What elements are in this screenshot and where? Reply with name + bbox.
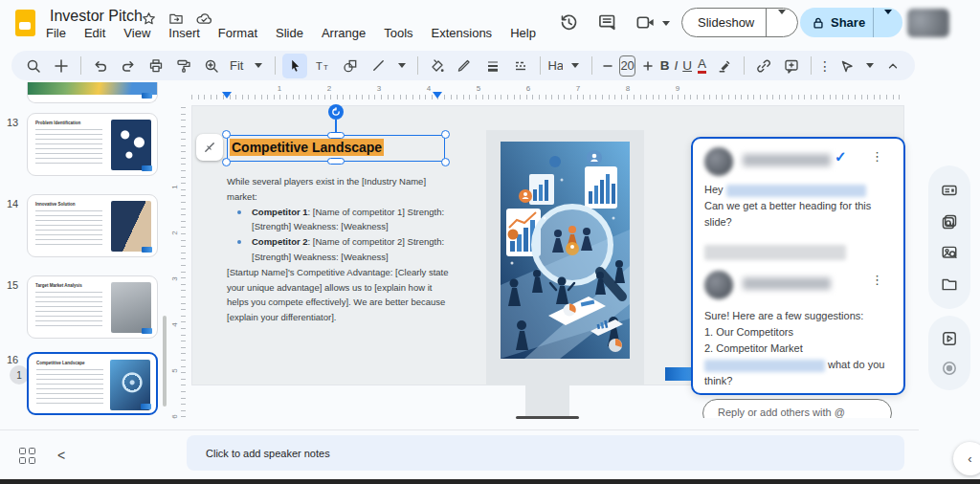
font-size-input[interactable]: 20: [619, 55, 635, 77]
shapes-tool[interactable]: [338, 54, 363, 78]
italic-button[interactable]: I: [673, 58, 680, 73]
line-tool-caret-icon[interactable]: [398, 63, 406, 68]
collapse-filmstrip-icon[interactable]: <: [57, 448, 65, 463]
text-color-button[interactable]: A: [698, 57, 706, 74]
menu-extensions[interactable]: Extensions: [432, 26, 493, 40]
grid-view-icon[interactable]: [19, 448, 36, 465]
pen-tools-caret-icon[interactable]: [866, 63, 874, 68]
slides-logo-icon[interactable]: [15, 10, 35, 36]
lock-icon: [800, 16, 825, 30]
slide-illustration-image[interactable]: [501, 142, 630, 359]
paint-format-icon[interactable]: [171, 54, 196, 78]
slide-thumbnail-14[interactable]: Innovative Solution: [27, 194, 158, 257]
indent-marker-left[interactable]: [222, 92, 232, 99]
speaker-notes-input[interactable]: Click to add speaker notes: [187, 435, 904, 471]
menu-arrange[interactable]: Arrange: [322, 26, 366, 40]
menu-tools[interactable]: Tools: [384, 26, 412, 40]
fill-color-tool[interactable]: [425, 54, 450, 78]
comment1-menu-icon[interactable]: ⋮: [871, 149, 883, 164]
hide-side-panel-button[interactable]: ‹: [953, 442, 980, 475]
video-call-icon[interactable]: [635, 12, 656, 33]
zoom-fit-select[interactable]: Fit: [227, 58, 246, 73]
increase-font-size-button[interactable]: [638, 54, 657, 78]
contacts-stack-icon[interactable]: [941, 213, 958, 231]
slide-body-textbox[interactable]: While several players exist in the [Indu…: [227, 174, 451, 325]
resize-handle-sw[interactable]: [222, 158, 231, 166]
resize-handle-n[interactable]: [327, 132, 345, 139]
video-call-caret-icon[interactable]: [662, 21, 670, 26]
share-label[interactable]: Share: [825, 15, 873, 30]
document-title[interactable]: Investor Pitch: [50, 8, 143, 25]
mention-chip-blurred: [704, 360, 825, 372]
autofit-options-button[interactable]: [196, 134, 223, 161]
slide-thumbnail-13[interactable]: Problem Identification: [27, 113, 158, 176]
comment2-avatar: [704, 271, 733, 299]
resize-handle-nw[interactable]: [222, 130, 231, 139]
resize-handle-ne[interactable]: [441, 130, 450, 139]
menu-edit[interactable]: Edit: [84, 26, 105, 40]
folder-icon[interactable]: [941, 275, 958, 293]
border-weight-tool[interactable]: [480, 54, 505, 78]
add-comment-icon[interactable]: [779, 54, 804, 78]
font-family-caret-icon[interactable]: [571, 63, 579, 68]
collapse-toolbar-icon[interactable]: [880, 54, 905, 78]
resolve-comment-icon[interactable]: ✓: [835, 148, 847, 165]
zoom-fit-caret-icon[interactable]: [255, 63, 262, 68]
slide-thumbnail-16-selected[interactable]: Competitive Landscape: [27, 352, 158, 415]
version-history-icon[interactable]: [559, 12, 579, 33]
filmstrip-scrollbar[interactable]: [163, 316, 167, 407]
record-icon[interactable]: [941, 360, 958, 377]
slideshow-label[interactable]: Slideshow: [682, 15, 766, 30]
bold-button[interactable]: B: [660, 58, 670, 73]
contact-card-icon[interactable]: [941, 182, 958, 199]
move-folder-icon[interactable]: [168, 11, 184, 26]
print-icon[interactable]: [144, 54, 168, 78]
menu-view[interactable]: View: [123, 26, 150, 40]
insert-link-icon[interactable]: [751, 54, 776, 78]
more-options-icon[interactable]: ⋮: [818, 58, 832, 74]
slide-number-14: 14: [2, 198, 23, 209]
font-family-select[interactable]: Hanke...: [547, 58, 563, 73]
decrease-font-size-button[interactable]: [599, 54, 616, 78]
open-comments-icon[interactable]: [597, 12, 617, 33]
image-search-icon[interactable]: [941, 244, 958, 261]
cloud-saved-icon[interactable]: [196, 11, 212, 26]
account-avatar[interactable]: [907, 9, 949, 37]
thumbnail-image: [28, 82, 157, 95]
slide-thumbnail-15[interactable]: Target Market Analysis: [27, 275, 158, 339]
menu-insert[interactable]: Insert: [168, 26, 200, 40]
border-dash-tool[interactable]: [508, 54, 533, 78]
reply-input[interactable]: Reply or add others with @: [702, 399, 892, 418]
slide-thumbnail-12[interactable]: [27, 82, 158, 103]
star-icon[interactable]: [142, 11, 156, 26]
slide-accent-shape[interactable]: [665, 367, 691, 381]
slideshow-caret-icon[interactable]: [767, 14, 797, 32]
redo-icon[interactable]: [116, 54, 141, 78]
menu-slide[interactable]: Slide: [276, 26, 303, 40]
underline-button[interactable]: U: [682, 58, 692, 73]
share-caret-icon[interactable]: [874, 14, 902, 32]
highlight-color-tool[interactable]: [712, 54, 737, 78]
add-slide-button[interactable]: [49, 54, 74, 78]
resize-handle-se[interactable]: [441, 158, 450, 166]
menu-help[interactable]: Help: [510, 26, 536, 40]
indent-marker-right[interactable]: [433, 92, 442, 99]
menu-file[interactable]: File: [46, 26, 66, 40]
undo-icon[interactable]: [88, 54, 113, 78]
thumbnail-accent-shape: [142, 328, 152, 334]
zoom-icon[interactable]: [199, 54, 224, 78]
pen-tools-icon[interactable]: [835, 54, 859, 78]
comment2-menu-icon[interactable]: ⋮: [871, 273, 883, 287]
menu-format[interactable]: Format: [218, 26, 257, 40]
h-ruler-8: 8: [626, 84, 630, 93]
resize-handle-s[interactable]: [327, 158, 345, 165]
line-tool[interactable]: [366, 54, 390, 78]
text-box-tool[interactable]: TT: [310, 54, 335, 78]
slideshow-play-icon[interactable]: [941, 330, 958, 347]
search-menus-icon[interactable]: [21, 54, 46, 78]
rotate-handle[interactable]: [328, 104, 344, 120]
body-outro: [Startup Name]'s Competitive Advantage: …: [227, 265, 451, 325]
select-tool[interactable]: [282, 54, 307, 78]
slide-title[interactable]: Competitive Landscape: [230, 140, 384, 155]
border-color-tool[interactable]: [453, 54, 478, 78]
